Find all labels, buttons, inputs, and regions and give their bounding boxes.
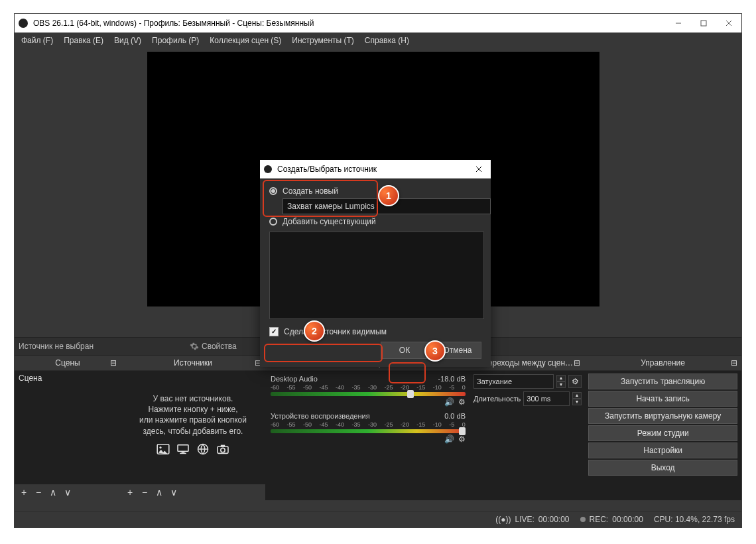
transition-spinner[interactable]: ▴▾ (556, 375, 566, 388)
dialog-close-button[interactable] (471, 166, 487, 172)
scene-remove-button[interactable]: − (33, 487, 44, 498)
annotation-badge-1: 1 (378, 185, 399, 206)
svg-point-12 (221, 448, 225, 452)
transition-select[interactable]: Затухание (473, 374, 554, 389)
mixer-ch1-gear-icon[interactable]: ⚙ (458, 397, 466, 407)
source-up-button[interactable]: ∧ (154, 487, 164, 498)
start-stream-button[interactable]: Запустить трансляцию (588, 374, 737, 389)
hint-camera-icon (216, 443, 230, 455)
selection-info: Источник не выбран (15, 342, 190, 351)
obs-logo-icon (19, 19, 28, 28)
mixer-ch2-db: 0.0 dB (444, 412, 466, 420)
start-record-button[interactable]: Начать запись (588, 391, 737, 407)
mixer-ch1-name: Desktop Audio (271, 375, 318, 383)
broadcast-icon: ((●)) (495, 515, 511, 524)
scene-down-button[interactable]: ∨ (62, 487, 73, 498)
transition-duration-label: Длительность (473, 395, 521, 403)
source-remove-button[interactable]: − (139, 487, 150, 498)
dock-scenes: Сцены⊟ Сцена + − ∧ ∨ (15, 356, 121, 500)
properties-button[interactable]: Свойства (190, 342, 269, 351)
menu-file[interactable]: Файл (F) (16, 33, 58, 48)
svg-rect-8 (180, 452, 186, 454)
mixer-ch1-meter[interactable] (271, 392, 466, 396)
svg-rect-7 (182, 452, 185, 453)
dock-sources-header[interactable]: Источники⊟ (121, 356, 265, 371)
start-virtcam-button[interactable]: Запустить виртуальную камеру (588, 408, 737, 424)
mixer-ch1-db: -18.0 dB (438, 375, 466, 383)
hint-image-icon (156, 443, 170, 455)
settings-button[interactable]: Настройки (588, 442, 737, 458)
menu-profile[interactable]: Профиль (P) (147, 33, 204, 48)
existing-sources-list[interactable] (269, 232, 484, 319)
dock-scenes-header[interactable]: Сцены⊟ (15, 356, 121, 371)
dialog-logo-icon (264, 165, 272, 173)
dialog-titlebar: Создать/Выбрать источник (260, 160, 491, 178)
dock-controls: Управление⊟ Запустить трансляцию Начать … (584, 356, 741, 500)
scene-add-button[interactable]: + (19, 487, 29, 498)
source-down-button[interactable]: ∨ (168, 487, 179, 498)
dock-sources: Источники⊟ У вас нет источников. Нажмите… (121, 356, 265, 500)
checkbox-make-visible[interactable]: Сделать источник видимым (269, 326, 481, 342)
svg-rect-1 (701, 21, 706, 26)
mixer-ch1-speaker-icon[interactable]: 🔊 (444, 397, 454, 407)
status-rec: REC:00:00:00 (580, 515, 643, 524)
radio-create-new[interactable]: Создать новый (269, 184, 481, 198)
menubar: Файл (F) Правка (E) Вид (V) Профиль (P) … (15, 33, 741, 48)
menu-tools[interactable]: Инструменты (T) (286, 33, 359, 48)
ok-button[interactable]: ОК (381, 342, 428, 359)
mixer-ch2-meter[interactable] (271, 429, 466, 433)
studio-mode-button[interactable]: Режим студии (588, 425, 737, 441)
status-cpu: CPU: 10.4%, 22.73 fps (654, 515, 735, 524)
svg-point-5 (159, 446, 161, 448)
hint-globe-icon (196, 443, 210, 455)
maximize-button[interactable] (691, 14, 716, 33)
dialog-title: Создать/Выбрать источник (277, 165, 377, 174)
mixer-ch2-name: Устройство воспроизведения (271, 412, 370, 420)
transition-duration-input[interactable]: 300 ms (523, 391, 570, 406)
titlebar: OBS 26.1.1 (64-bit, windows) - Профиль: … (15, 14, 741, 33)
scene-item[interactable]: Сцена (15, 371, 121, 385)
status-live: ((●)) LIVE:00:00:00 (495, 515, 569, 524)
window-title: OBS 26.1.1 (64-bit, windows) - Профиль: … (33, 19, 314, 28)
dock-transitions: Переходы между сцен…⊟ Затухание ▴▾ ⚙ Дли… (471, 356, 584, 500)
docks-row: Сцены⊟ Сцена + − ∧ ∨ Источники⊟ У вас не… (15, 356, 741, 500)
obs-window: OBS 26.1.1 (64-bit, windows) - Профиль: … (14, 13, 742, 528)
svg-rect-6 (178, 444, 188, 451)
dock-controls-header[interactable]: Управление⊟ (584, 356, 741, 371)
transition-duration-spinner[interactable]: ▴▾ (572, 392, 582, 405)
menu-help[interactable]: Справка (H) (359, 33, 414, 48)
transition-gear-icon[interactable]: ⚙ (568, 375, 582, 388)
minimize-button[interactable] (666, 14, 691, 33)
sources-empty-hint: У вас нет источников. Нажмите кнопку + н… (121, 371, 265, 455)
svg-rect-11 (221, 444, 225, 446)
dock-mixer: Микшер Desktop Audio-18.0 dB -60-55-50-4… (265, 356, 471, 500)
radio-icon (269, 218, 277, 226)
mixer-ch2-speaker-icon[interactable]: 🔊 (444, 435, 454, 444)
mixer-ch2-gear-icon[interactable]: ⚙ (458, 435, 466, 444)
menu-edit[interactable]: Правка (E) (58, 33, 109, 48)
annotation-badge-3: 3 (424, 340, 446, 362)
statusbar: ((●)) LIVE:00:00:00 REC:00:00:00 CPU: 10… (15, 511, 741, 527)
checkbox-icon (269, 327, 279, 336)
exit-button[interactable]: Выход (588, 460, 737, 476)
hint-monitor-icon (176, 443, 190, 455)
menu-scenes[interactable]: Коллекция сцен (S) (204, 33, 286, 48)
record-dot-icon (580, 517, 586, 522)
radio-icon (269, 187, 277, 195)
scene-up-button[interactable]: ∧ (48, 487, 58, 498)
radio-add-existing[interactable]: Добавить существующий (269, 214, 481, 229)
source-add-button[interactable]: + (125, 487, 135, 498)
create-source-dialog: Создать/Выбрать источник Создать новый З… (260, 160, 491, 367)
menu-view[interactable]: Вид (V) (109, 33, 147, 48)
close-button[interactable] (716, 14, 741, 33)
annotation-badge-2: 2 (304, 320, 325, 342)
